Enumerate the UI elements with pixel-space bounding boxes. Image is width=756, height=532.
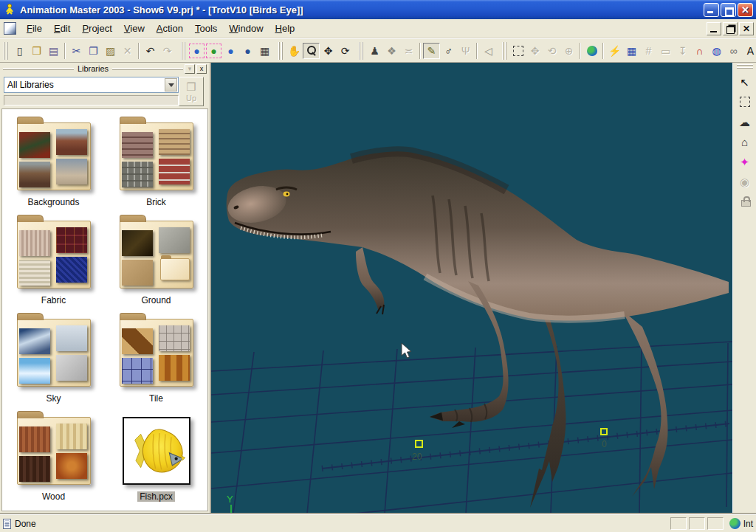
library-filter-dropdown[interactable]: All Libraries [4,77,179,93]
status-text: Done [15,519,36,529]
panel-close-button[interactable]: x [196,64,207,74]
library-item-brick[interactable]: Brick [105,114,207,212]
ring-tool-icon[interactable]: ◉ [736,173,753,190]
pan-hand-icon[interactable]: ✋ [286,43,303,59]
library-up-button[interactable]: ❒ Up [179,77,204,106]
mouse-cursor [402,343,411,358]
point-mode-icon[interactable]: ❖ [383,43,400,59]
t-rex-far-leg[interactable] [530,297,566,508]
t-rex-arm[interactable] [356,247,384,309]
image-thumbnail[interactable] [123,417,190,485]
child-minimize-button[interactable] [707,22,721,35]
lock-icon[interactable] [736,193,753,210]
folder-icon[interactable] [17,319,91,387]
toolbar-gripper[interactable] [502,42,507,60]
marquee-select-icon[interactable] [736,94,753,110]
turn-view-icon[interactable]: ⟳ [337,43,354,59]
menu-action[interactable]: Action [151,20,189,37]
bone-mode-icon[interactable]: ≍ [400,43,417,59]
folder-icon[interactable] [17,417,91,485]
mirror-globe-icon[interactable]: ◍ [708,43,725,59]
texture-thumbnail [56,325,87,351]
ruler-icon[interactable]: ▭ [657,43,674,59]
library-item-sky[interactable]: Sky [2,310,105,408]
dynamics-icon[interactable]: Ψ [457,43,474,59]
key-icon[interactable]: ⚡ [606,43,623,59]
document-icon[interactable] [4,22,16,35]
group-pick-icon[interactable]: ✦ [736,153,753,170]
world-wireframe-icon[interactable]: ⊕ [560,43,577,59]
render-to-file-icon[interactable]: ● [239,43,256,59]
bound-manipulator-icon[interactable] [509,43,526,59]
libraries-panel-header[interactable]: Libraries ▾ x [0,63,210,75]
run-action-icon[interactable]: ♂ [440,43,457,59]
child-close-button[interactable] [739,22,754,35]
earth-icon[interactable] [583,43,600,59]
menu-file[interactable]: File [21,20,48,37]
snap-grid-icon[interactable]: # [640,43,657,59]
pin-icon[interactable]: ↧ [674,43,691,59]
filmstrip-icon[interactable]: ▦ [256,43,273,59]
render-movie-icon[interactable]: ● [222,43,239,59]
library-item-fish-pcx[interactable]: Fish.pcx [105,408,207,506]
undo-icon[interactable]: ↶ [142,43,159,59]
scale-manipulator-icon[interactable]: ⟲ [543,43,560,59]
toolbar-gripper[interactable] [359,42,364,60]
font-tool-icon[interactable]: A [742,43,756,59]
restore-button[interactable] [721,3,736,17]
toolbar-gripper[interactable] [737,64,753,69]
model-mode-icon[interactable]: ♟ [366,43,383,59]
paste-icon[interactable]: ▨ [102,43,119,59]
menu-project[interactable]: Project [76,20,117,37]
choreography-mode-icon[interactable]: ✎ [423,43,440,59]
save-all-icon[interactable]: ▤ [45,43,62,59]
toolbar-gripper[interactable] [181,42,186,60]
t-rex-model[interactable] [224,151,729,508]
timeline-panel-icon[interactable]: ▦ [623,43,640,59]
toolbar-gripper[interactable] [4,42,9,60]
menu-window[interactable]: Window [223,20,269,37]
magnet-icon[interactable]: ∩ [691,43,708,59]
library-item-tile[interactable]: Tile [105,310,207,408]
select-arrow-icon[interactable]: ↖ [736,74,753,90]
library-item-ground[interactable]: Ground [105,212,207,310]
library-item-backgrounds[interactable]: Backgrounds [2,114,105,212]
copy-icon[interactable]: ❐ [85,43,102,59]
internet-globe-icon [729,518,740,529]
chevron-down-icon[interactable] [165,78,177,91]
delete-icon[interactable]: ✕ [119,43,136,59]
folder-icon[interactable] [120,319,193,387]
redo-icon[interactable]: ↷ [159,43,176,59]
zoom-icon[interactable] [303,43,320,59]
child-restore-button[interactable] [723,22,738,35]
folder-icon[interactable] [17,221,91,289]
folder-icon[interactable] [17,122,91,190]
library-item-wood[interactable]: Wood [2,408,105,506]
translate-manipulator-icon[interactable]: ✥ [526,43,543,59]
texture-thumbnail [19,426,50,452]
toolbar-separator [64,43,66,59]
quick-render-icon[interactable]: ● [205,43,222,59]
toolbar-gripper[interactable] [278,42,284,60]
lasso-select-icon[interactable]: ☁ [736,114,753,130]
link-icon[interactable]: ∞ [725,43,742,59]
menu-edit[interactable]: Edit [48,20,76,37]
new-document-icon[interactable]: ▯ [11,43,28,59]
render-preview-icon[interactable]: ● [188,43,205,59]
close-button[interactable] [738,3,753,17]
folder-icon[interactable] [120,221,193,289]
open-project-icon[interactable]: ❒ [28,43,45,59]
cut-icon[interactable]: ✂ [68,43,85,59]
library-item-fabric[interactable]: Fabric [2,212,105,310]
birds-eye-viewport[interactable]: 20 0 Y [211,63,732,514]
menu-tools[interactable]: Tools [189,20,223,37]
t-rex-trailing-leg[interactable] [622,310,668,497]
menu-view[interactable]: View [118,20,151,37]
muscle-mode-icon[interactable]: ◁ [480,43,497,59]
minimize-button[interactable] [704,3,719,17]
panel-collapse-button[interactable]: ▾ [185,64,195,74]
polygon-lasso-icon[interactable]: ⌂ [736,134,753,150]
menu-help[interactable]: Help [269,20,301,37]
zoom-region-icon[interactable]: ✥ [320,43,337,59]
folder-icon[interactable] [120,122,193,190]
